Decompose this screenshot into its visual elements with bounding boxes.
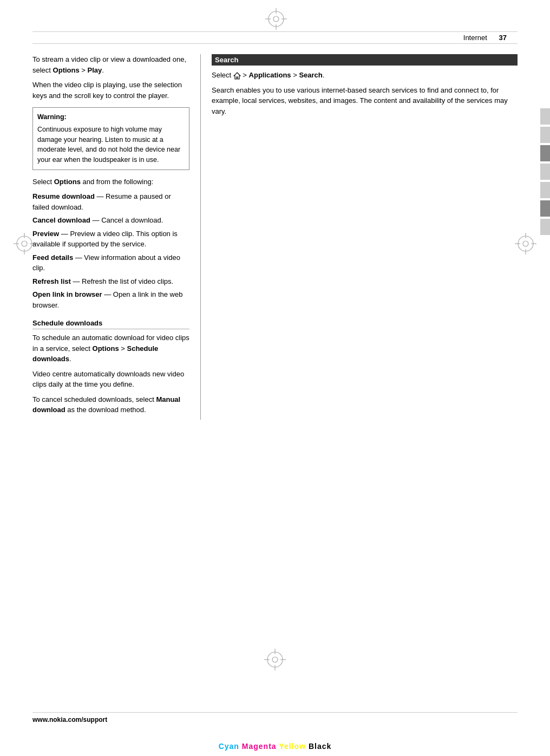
footer-url: www.nokia.com/support	[32, 716, 107, 724]
option-refresh-list: Refresh list — Refresh the list of video…	[32, 276, 189, 287]
option-preview: Preview — Preview a video clip. This opt…	[32, 229, 189, 250]
sidebar-tab-6	[540, 200, 550, 217]
home-icon	[233, 72, 241, 80]
sidebar-tabs	[540, 108, 550, 235]
svg-point-12	[518, 236, 533, 251]
svg-marker-18	[234, 73, 240, 79]
sidebar-tab-4	[540, 164, 550, 180]
footer-rule	[32, 712, 518, 713]
left-column: To stream a video clip or view a downloa…	[32, 54, 200, 420]
color-cyan: Cyan	[219, 742, 239, 751]
right-column: Search Select > Applications > Search. S…	[200, 54, 518, 420]
content-area: To stream a video clip or view a downloa…	[32, 54, 518, 686]
color-yellow: Yellow	[279, 742, 306, 751]
svg-point-7	[22, 241, 27, 246]
schedule-heading: Schedule downloads	[32, 319, 189, 329]
page-wrapper: Internet 37 To stream a video clip or vi…	[0, 0, 550, 756]
search-section-heading: Search	[212, 54, 518, 66]
left-decoration	[14, 233, 35, 256]
header-rule-bottom	[32, 43, 518, 44]
schedule-para2: Video centre automatically downloads new…	[32, 369, 189, 390]
color-black: Black	[309, 742, 331, 751]
stream-paragraph: To stream a video clip or view a downloa…	[32, 54, 189, 75]
schedule-para3: To cancel scheduled downloads, select Ma…	[32, 394, 189, 415]
two-column-layout: To stream a video clip or view a downloa…	[32, 54, 518, 420]
warning-box: Warning: Continuous exposure to high vol…	[32, 107, 189, 170]
warning-title: Warning:	[37, 112, 185, 122]
sidebar-tab-1	[540, 108, 550, 125]
options-intro: Select Options and from the following:	[32, 177, 189, 187]
svg-point-20	[267, 652, 283, 667]
svg-point-0	[269, 11, 284, 27]
svg-point-1	[273, 16, 279, 22]
svg-point-21	[272, 657, 278, 662]
sidebar-tab-7	[540, 219, 550, 235]
play-paragraph: When the video clip is playing, use the …	[32, 80, 189, 101]
option-cancel: Cancel download — Cancel a download.	[32, 215, 189, 226]
sidebar-tab-3	[540, 145, 550, 161]
sidebar-tab-5	[540, 182, 550, 198]
schedule-para1: To schedule an automatic download for vi…	[32, 333, 189, 364]
svg-point-6	[17, 236, 32, 251]
color-magenta: Magenta	[242, 742, 277, 751]
section-label: Internet	[463, 34, 487, 42]
header-rule-top	[32, 31, 518, 32]
option-resume: Resume download — Resume a paused or fai…	[32, 191, 189, 212]
search-nav: Select > Applications > Search.	[212, 70, 518, 81]
search-description: Search enables you to use various intern…	[212, 85, 518, 117]
top-center-decoration	[265, 8, 287, 31]
svg-point-13	[523, 241, 528, 246]
option-feed-details: Feed details — View information about a …	[32, 252, 189, 273]
page-number: 37	[499, 34, 507, 42]
bottom-center-decoration	[264, 649, 286, 672]
option-open-link: Open link in browser — Open a link in th…	[32, 289, 189, 310]
page-header: Internet 37	[463, 34, 507, 42]
warning-body: Continuous exposure to high volume may d…	[37, 125, 185, 165]
right-decoration	[515, 233, 536, 256]
sidebar-tab-2	[540, 127, 550, 143]
color-bar: Cyan Magenta Yellow Black	[219, 742, 332, 751]
